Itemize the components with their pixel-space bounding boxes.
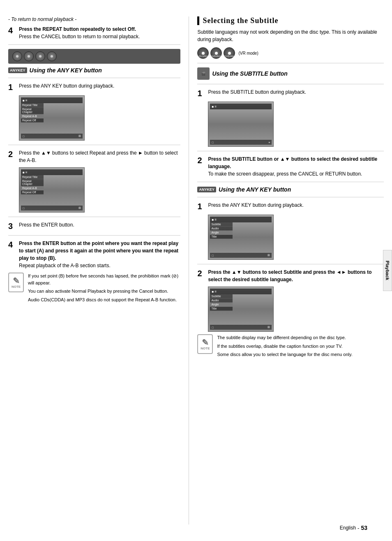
step-1a-text: Press the ANY KEY button during playback… <box>19 82 180 90</box>
image-menu-items: Repeat Title Repeat Chapter Repeat A-B R… <box>21 103 44 123</box>
right-bottom-icon-2: ≡ <box>268 141 270 144</box>
right-menu-text-2: ■ ≡ <box>212 218 217 222</box>
step-4-text: Press the REPEAT button repeatedly to se… <box>19 25 180 40</box>
step-num-4: 4 <box>8 25 16 35</box>
page-number: 53 <box>361 525 367 531</box>
note-icon-left: ✎ NOTE <box>8 273 24 292</box>
step-4-left: 4 Press the REPEAT button repeatedly to … <box>8 25 180 40</box>
r2-menu-4: Title <box>210 307 233 311</box>
r2-menu-1: Subtitle <box>210 294 233 298</box>
image-bottom-bar: □ ⊞ <box>21 134 83 139</box>
menu-item-2-1: Repeat Title <box>21 175 44 179</box>
page-footer: English - 53 <box>340 525 367 531</box>
note-text-3: Audio CDs(CDDA) and MP3 discs do not sup… <box>28 296 180 303</box>
anykey-badge-right: ANYKEY <box>197 187 216 192</box>
step-num-2r: 2 <box>197 155 205 165</box>
note-label-left: NOTE <box>12 285 21 289</box>
menu-item-1: Repeat Title <box>21 103 44 107</box>
step-1r-text: Press the SUBTITLE button during playbac… <box>208 88 384 96</box>
anykey-section-header: ANYKEY Using the ANY KEY button <box>8 67 180 74</box>
step-1-anykey: 1 Press the ANY KEY button during playba… <box>8 82 180 92</box>
right-divider-3 <box>197 151 384 151</box>
step-2r-subtext: To make the screen disappear, press the … <box>208 171 362 177</box>
note-section-left: ✎ NOTE If you set point (B) before five … <box>8 273 180 305</box>
step-4a-bold: Press the ENTER button at the point wher… <box>19 240 178 261</box>
step-num-4a: 4 <box>8 240 16 250</box>
left-column: - To return to normal playback - 4 Press… <box>8 16 189 525</box>
menu-item-2: Repeat Chapter <box>21 107 44 114</box>
divider-1 <box>8 44 180 45</box>
note-section-right: ✎ NOTE The subtitle display may be diffe… <box>197 334 384 360</box>
bottom-icon-2-1: □ <box>23 207 24 210</box>
page-number-dash: - <box>357 525 359 531</box>
image-menu-bar: ■ ≡ <box>21 97 83 103</box>
right-divider-4 <box>197 182 384 182</box>
anykey-title: Using the ANY KEY button <box>30 67 102 74</box>
step-num-1r2: 1 <box>197 201 205 211</box>
note-right-1: The subtitle display may be different de… <box>217 334 352 341</box>
menu-item-4: Repeat Off <box>21 118 44 123</box>
note-label-right: NOTE <box>201 347 210 350</box>
step-2-image-right-2: ■ ≡ Subtitle Audio Angle Title □ ⊞ <box>208 287 274 332</box>
r-menu-2: Audio <box>210 227 233 231</box>
vr-mode-text: (VR mode) <box>238 51 258 55</box>
subtitle-intro: Subtitle languages may not work dependin… <box>197 28 384 43</box>
disc-icon-dvd-ram <box>24 51 34 61</box>
section-title: Selecting the Subtitle <box>197 16 384 25</box>
disc-dvd-ram-r: DVD-RAM <box>210 47 222 59</box>
right-bottom-bar-2: □ ⊞ <box>210 253 272 258</box>
step-1-right-2: 1 Press the ANY KEY button during playba… <box>197 201 384 211</box>
right-bottom-bar-1: □ ≡ <box>210 140 272 145</box>
right-bottom-icon-3: □ <box>212 254 213 257</box>
right-divider-2 <box>197 84 384 84</box>
bottom-icon-1: □ <box>23 135 24 138</box>
step-2-image-left: ■ ≡ Repeat Title Repeat Chapter Repeat A… <box>19 167 85 213</box>
step-1-image-right: ■ ≡ □ ≡ <box>208 102 274 147</box>
right-column: Selecting the Subtitle Subtitle language… <box>189 16 384 525</box>
step-1-image-right-2: ■ ≡ Subtitle Audio Angle Title □ ⊞ <box>208 215 274 260</box>
step-num-1r: 1 <box>197 88 205 98</box>
step-1-image-left: ■ ≡ Repeat Title Repeat Chapter Repeat A… <box>19 95 85 141</box>
step-4a-subtext: Repeat playback of the A-B section start… <box>19 263 111 268</box>
right-menu-text-3: ■ ≡ <box>212 290 217 294</box>
menu-item-2-4: Repeat Off <box>21 190 44 194</box>
menu-bar-text: ■ ≡ <box>23 99 28 102</box>
step-num-1a: 1 <box>8 82 16 92</box>
menu-bar-text-2: ■ ≡ <box>23 171 28 174</box>
right-menu-items: Subtitle Audio Angle Title <box>210 222 233 239</box>
step-2r-bold: Press the SUBTITLE button or ▲▼ buttons … <box>208 156 377 169</box>
image-bottom-bar-2: □ ⊞ <box>21 206 83 210</box>
disc-label-1: DVD+VIDEO <box>196 55 210 58</box>
disc-label-3: DVD-RW <box>224 55 235 58</box>
right-bottom-bar-3: □ ⊞ <box>210 325 272 330</box>
anykey-section-header-right: ANYKEY Using the ANY KEY button <box>197 186 384 193</box>
subtitle-section-header: 🎬 Using the SUBTITLE button <box>197 67 384 80</box>
right-menu-bar-1: ■ ≡ <box>210 104 272 109</box>
right-bottom-icon-4: ⊞ <box>267 254 270 257</box>
divider-2 <box>8 78 180 78</box>
subtitle-section-title: Using the SUBTITLE button <box>212 70 288 77</box>
note-symbol-right: ✎ <box>202 338 209 347</box>
r2-menu-2: Audio <box>210 298 233 303</box>
r-menu-4: Title <box>210 235 233 239</box>
step-num-2r2: 2 <box>197 268 205 278</box>
right-disc-icons: DVD+VIDEO DVD-RAM DVD-RW (VR mode) <box>197 47 384 59</box>
menu-item-3: Repeat A-B <box>21 114 44 118</box>
note-right-2: If the subtitles overlap, disable the ca… <box>217 343 352 350</box>
note-text-2: You can also activate Normal Playback by… <box>28 288 180 295</box>
note-text-left: If you set point (B) before five seconds… <box>28 273 180 305</box>
step-2r2-text: Press the ▲▼ buttons to select Subtitle … <box>208 268 384 283</box>
r2-menu-3: Angle <box>210 303 233 307</box>
right-bottom-icon-6: ⊞ <box>267 326 270 329</box>
divider-4 <box>8 217 180 217</box>
step-2a-text: Press the ▲▼ buttons to select Repeat an… <box>19 149 180 164</box>
bottom-icon-2: ⊞ <box>78 134 81 138</box>
step-4a-text: Press the ENTER button at the point wher… <box>19 240 180 269</box>
disc-icon-dvd-r <box>47 51 57 61</box>
right-divider-1 <box>197 63 384 63</box>
divider-5 <box>8 235 180 236</box>
note-text-right: The subtitle display may be different de… <box>217 334 352 360</box>
right-menu-bar-3: ■ ≡ <box>210 289 272 294</box>
step-num-2a: 2 <box>8 149 16 159</box>
anykey-badge: ANYKEY <box>8 67 27 73</box>
